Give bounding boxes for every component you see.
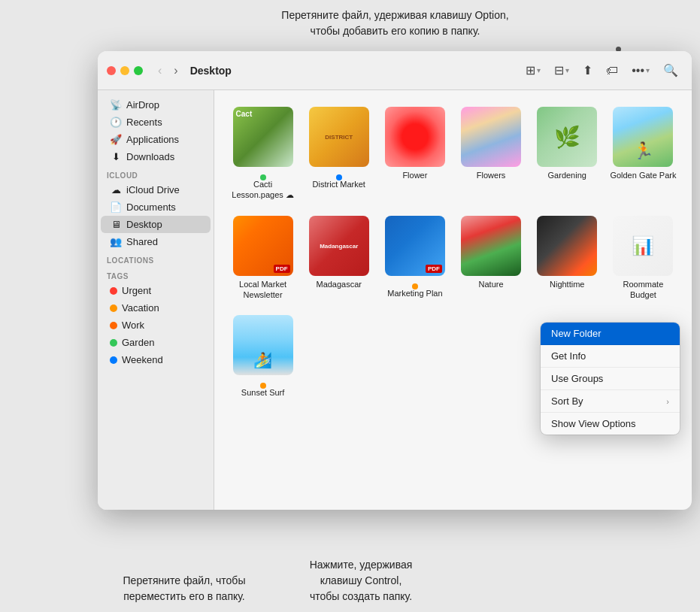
icloud-drive-icon: ☁	[110, 184, 122, 195]
locations-section-label: Locations	[98, 250, 214, 266]
file-icon-gardening	[537, 107, 597, 167]
airdrop-icon: 📡	[110, 99, 122, 111]
share-button[interactable]: ⬆	[578, 60, 597, 80]
recents-icon: 🕐	[110, 117, 122, 128]
file-icon-nighttime	[537, 216, 597, 276]
back-button[interactable]: ‹	[155, 62, 165, 79]
traffic-lights	[107, 66, 143, 75]
urgent-tag-dot	[110, 287, 117, 295]
file-label-flower: Flower	[402, 170, 427, 180]
group-chevron-icon: ▾	[565, 66, 569, 74]
sidebar-item-label: Urgent	[122, 285, 151, 296]
context-menu-get-info[interactable]: Get Info	[541, 345, 680, 368]
applications-icon: 🚀	[110, 134, 122, 145]
file-label-district-market: District Market	[313, 179, 365, 189]
file-label-gardening: Gardening	[548, 170, 586, 180]
context-menu-show-view-options[interactable]: Show View Options	[541, 413, 680, 435]
sidebar-item-label: Documents	[126, 201, 176, 213]
file-item-newsletter[interactable]: Local Market Newsletter	[226, 211, 299, 305]
file-icon-nature	[461, 216, 521, 276]
sidebar-item-shared[interactable]: 👥 Shared	[101, 233, 211, 250]
search-button[interactable]: 🔍	[659, 60, 683, 80]
sidebar-item-label: Work	[122, 320, 144, 331]
file-label-golden-gate-park: Golden Gate Park	[610, 170, 676, 180]
file-icon-roommate-budget	[613, 216, 673, 276]
file-item-nighttime[interactable]: Nighttime	[531, 211, 604, 305]
share-icon: ⬆	[583, 63, 592, 77]
sidebar-item-documents[interactable]: 📄 Documents	[101, 198, 211, 216]
downloads-icon: ⬇	[110, 151, 122, 162]
close-button[interactable]	[107, 66, 116, 75]
file-icon-madagascar	[309, 216, 369, 276]
sidebar-item-label: Recents	[126, 117, 162, 128]
sidebar-item-tag-weekend[interactable]: Weekend	[101, 351, 211, 368]
more-icon: •••	[632, 64, 644, 77]
sort-by-label: Sort By	[551, 395, 583, 407]
forward-button[interactable]: ›	[171, 62, 180, 79]
district-dot	[336, 174, 342, 180]
sidebar-item-tag-vacation[interactable]: Vacation	[101, 299, 211, 317]
context-menu-sort-by[interactable]: Sort By ›	[541, 390, 680, 413]
file-icon-cacti	[233, 107, 293, 167]
context-menu-use-groups[interactable]: Use Groups	[541, 368, 680, 390]
annotation-bottom-mid: Нажмите, удерживая клавишу Control, чтоб…	[271, 557, 451, 604]
show-view-options-label: Show View Options	[551, 418, 636, 429]
file-item-district-market[interactable]: District Market	[302, 102, 375, 205]
finder-body: 📡 AirDrop 🕐 Recents 🚀 Applications ⬇ Dow…	[98, 90, 692, 510]
vacation-tag-dot	[110, 304, 117, 312]
sidebar-item-airdrop[interactable]: 📡 AirDrop	[101, 96, 211, 114]
weekend-tag-dot	[110, 356, 117, 364]
file-item-sunset-surf[interactable]: Sunset Surf	[226, 311, 299, 402]
view-toggle-button[interactable]: ⊞ ▾	[521, 60, 545, 80]
file-icon-sunset-surf	[233, 315, 293, 375]
get-info-label: Get Info	[551, 350, 586, 362]
file-item-marketing-plan[interactable]: Marketing Plan	[378, 211, 451, 305]
file-icon-marketing-plan	[385, 216, 445, 276]
group-icon: ⊟	[554, 63, 564, 77]
file-item-nature[interactable]: Nature	[454, 211, 527, 305]
sidebar-item-label: iCloud Drive	[126, 184, 180, 195]
sunset-dot	[260, 383, 266, 389]
file-icon-newsletter	[233, 216, 293, 276]
tag-button[interactable]: 🏷	[602, 61, 623, 80]
sidebar: 📡 AirDrop 🕐 Recents 🚀 Applications ⬇ Dow…	[98, 90, 214, 510]
file-item-roommate-budget[interactable]: Roommate Budget	[607, 211, 680, 305]
sidebar-item-label: Vacation	[122, 302, 159, 314]
sort-by-chevron-icon: ›	[666, 397, 669, 406]
sidebar-item-recents[interactable]: 🕐 Recents	[101, 114, 211, 131]
sidebar-item-tag-urgent[interactable]: Urgent	[101, 282, 211, 299]
toolbar-icons: ⊞ ▾ ⊟ ▾ ⬆ 🏷 ••• ▾ 🔍	[521, 60, 683, 80]
file-label-marketing-plan: Marketing Plan	[387, 288, 442, 298]
sidebar-item-label: Weekend	[122, 354, 163, 365]
sidebar-item-tag-garden[interactable]: Garden	[101, 334, 211, 351]
sidebar-item-label: Garden	[122, 337, 154, 348]
sidebar-item-downloads[interactable]: ⬇ Downloads	[101, 148, 211, 165]
file-label-sunset-surf: Sunset Surf	[241, 387, 284, 398]
file-label-nature: Nature	[479, 279, 504, 289]
search-icon: 🔍	[663, 63, 678, 77]
use-groups-label: Use Groups	[551, 373, 603, 384]
file-icon-district-market	[309, 107, 369, 167]
file-label-roommate-budget: Roommate Budget	[623, 279, 664, 301]
cacti-dot	[260, 174, 266, 180]
new-folder-label: New Folder	[551, 328, 601, 339]
file-label-flowers: Flowers	[477, 170, 506, 180]
annotation-top: Перетяните файл, удерживая клавишу Optio…	[135, 8, 655, 39]
sidebar-item-applications[interactable]: 🚀 Applications	[101, 131, 211, 148]
file-item-flowers[interactable]: Flowers	[454, 102, 527, 205]
more-button[interactable]: ••• ▾	[627, 61, 654, 80]
sidebar-item-tag-work[interactable]: Work	[101, 317, 211, 334]
file-label-madagascar: Madagascar	[316, 279, 362, 289]
shared-icon: 👥	[110, 236, 122, 247]
minimize-button[interactable]	[120, 66, 129, 75]
file-item-golden-gate-park[interactable]: Golden Gate Park	[607, 102, 680, 205]
file-item-cacti[interactable]: Cacti Lesson.pages ☁	[226, 102, 299, 205]
file-item-flower[interactable]: Flower	[378, 102, 451, 205]
group-button[interactable]: ⊟ ▾	[550, 60, 574, 80]
fullscreen-button[interactable]	[134, 66, 143, 75]
context-menu-new-folder[interactable]: New Folder	[541, 323, 680, 345]
sidebar-item-icloud-drive[interactable]: ☁ iCloud Drive	[101, 181, 211, 198]
file-item-madagascar[interactable]: Madagascar	[302, 211, 375, 305]
file-item-gardening[interactable]: Gardening	[531, 102, 604, 205]
sidebar-item-desktop[interactable]: 🖥 Desktop	[101, 216, 211, 233]
